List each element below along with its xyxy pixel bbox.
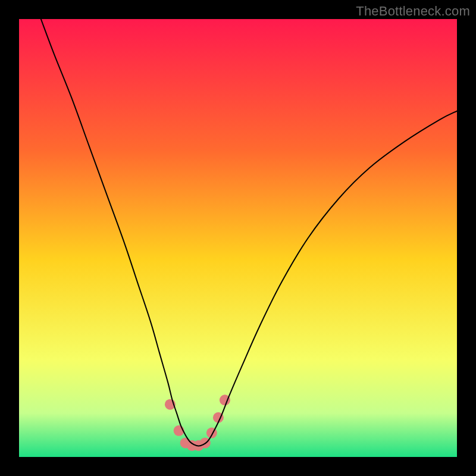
chart-svg (19, 19, 457, 457)
plot-area (19, 19, 457, 457)
chart-frame: TheBottleneck.com (0, 0, 476, 476)
gradient-background (19, 19, 457, 457)
watermark-text: TheBottleneck.com (356, 4, 470, 19)
